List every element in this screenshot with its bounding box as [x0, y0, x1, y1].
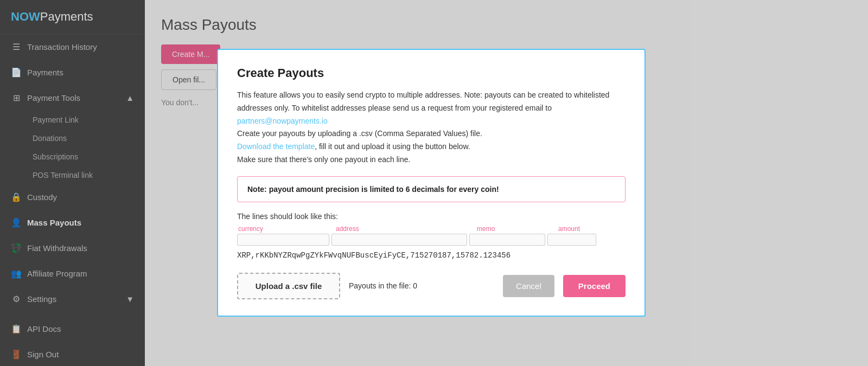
- csv-box-currency: [237, 234, 329, 246]
- note-box: Note: payout amount precision is limited…: [237, 176, 626, 202]
- csv-demo: currency address memo amount XRP,rKKbNYZ…: [237, 225, 626, 262]
- csv-label-memo: memo: [477, 225, 558, 233]
- csv-labels-row: currency address memo amount: [237, 225, 626, 233]
- csv-label-currency: currency: [238, 225, 336, 233]
- create-payouts-modal: Create Payouts This feature allows you t…: [217, 49, 646, 317]
- csv-box-memo: [469, 234, 545, 246]
- proceed-button[interactable]: Proceed: [563, 275, 626, 297]
- desc-text-3: , fill it out and upload it using the bu…: [315, 142, 470, 151]
- email-link[interactable]: partners@nowpayments.io: [237, 117, 328, 125]
- csv-label-amount: amount: [558, 225, 612, 233]
- csv-boxes-row: [237, 234, 626, 246]
- modal-description: This feature allows you to easily send c…: [237, 89, 626, 166]
- modal-overlay: Create Payouts This feature allows you t…: [0, 0, 868, 366]
- modal-footer: Upload a .csv file Payouts in the file: …: [237, 273, 626, 299]
- csv-box-amount: [547, 234, 596, 246]
- download-template-link[interactable]: Download the template: [237, 142, 315, 151]
- desc-text-4: Make sure that there's only one payout i…: [237, 155, 410, 164]
- cancel-button[interactable]: Cancel: [503, 275, 554, 297]
- payouts-count-value: 0: [413, 281, 417, 290]
- upload-csv-button[interactable]: Upload a .csv file: [237, 273, 340, 299]
- note-box-text: Note: payout amount precision is limited…: [247, 185, 499, 194]
- payouts-count-label: Payouts in the file:: [349, 281, 413, 290]
- csv-box-address: [331, 234, 467, 246]
- desc-text-2: Create your payouts by uploading a .csv …: [237, 129, 482, 138]
- desc-text-1: This feature allows you to easily send c…: [237, 91, 609, 112]
- csv-example-text: XRP,rKKbNYZRqwPgZYkFWvqNUFBuscEyiFyCE,71…: [237, 249, 626, 262]
- csv-label-address: address: [336, 225, 477, 233]
- modal-title: Create Payouts: [237, 66, 626, 80]
- payouts-count: Payouts in the file: 0: [349, 281, 494, 290]
- lines-label: The lines should look like this:: [237, 212, 626, 221]
